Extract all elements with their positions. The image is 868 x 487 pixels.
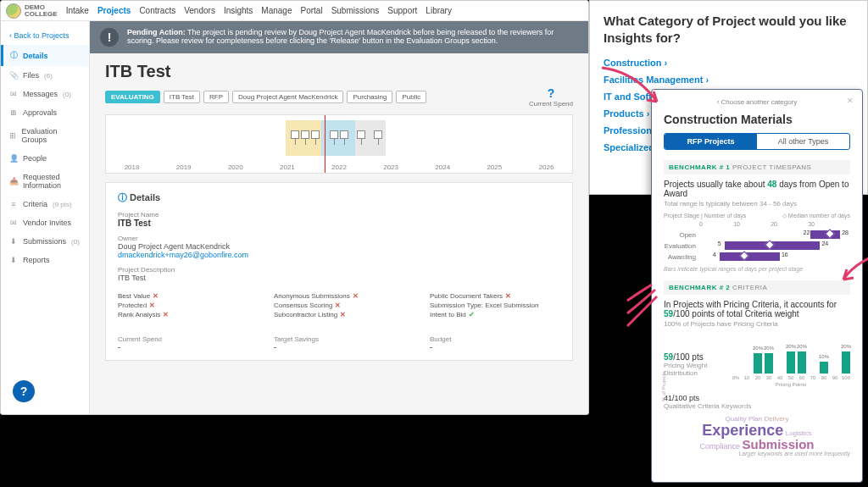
keyword-cloud: Quality Plan Delivery Experience Logisti… xyxy=(664,415,850,451)
alert-icon: ! xyxy=(100,28,119,47)
sidebar-icon: ≡ xyxy=(9,200,18,208)
sidebar-item-evaluation-groups[interactable]: ⊞Evaluation Groups xyxy=(1,122,89,149)
close-icon[interactable]: ✕ xyxy=(847,97,854,105)
help-button[interactable]: ? xyxy=(13,380,35,402)
tag-visibility[interactable]: Public xyxy=(396,91,426,103)
options-grid: Best Value✕Protected✕Rank Analysis✕Anony… xyxy=(118,291,560,320)
sidebar-item-criteria[interactable]: ≡Criteria (9 pts) xyxy=(1,195,89,213)
option-protected: Protected✕ xyxy=(118,302,248,309)
benchmark-1-header: BENCHMARK # 1 PROJECT TIMESPANS xyxy=(664,160,850,174)
tag-status[interactable]: EVALUATING xyxy=(105,91,160,103)
sidebar-item-people[interactable]: 👤People xyxy=(1,149,89,168)
milestone-icon[interactable] xyxy=(357,130,365,139)
top-nav: DEMO COLLEGE Intake Projects Contracts V… xyxy=(1,1,588,21)
milestone-icon[interactable] xyxy=(301,130,309,139)
main-content: ! Pending Action: The project is pending… xyxy=(90,21,588,414)
stage-row-awarding: Awarding416 xyxy=(664,252,850,261)
tab-all-other-types[interactable]: All other Types xyxy=(757,134,849,149)
nav-library[interactable]: Library xyxy=(426,6,452,15)
option-public-document-takers: Public Document Takers✕ xyxy=(430,292,560,300)
sidebar-item-reports[interactable]: ⬇Reports xyxy=(1,251,89,269)
sidebar-item-vendor-invites[interactable]: ✉Vendor Invites xyxy=(1,213,89,232)
project-description: ITB Test xyxy=(118,274,560,282)
sidebar-item-messages[interactable]: ✉Messages (0) xyxy=(1,85,89,103)
sidebar: ‹ Back to Projects ⓘDetails 📎Files (6)✉M… xyxy=(1,21,90,414)
insights-detail-panel: ‹ Choose another category ✕ Construction… xyxy=(651,89,863,483)
milestone-icon[interactable] xyxy=(330,130,338,139)
sidebar-icon: ✉ xyxy=(9,219,18,227)
insights-heading: What Category of Project would you like … xyxy=(604,13,854,46)
sidebar-icon: ⊞ xyxy=(9,131,17,140)
tag-dept[interactable]: Purchasing xyxy=(347,91,392,103)
nav-manage[interactable]: Manage xyxy=(261,6,292,15)
tag-owner[interactable]: Doug Project Agent MacKendrick xyxy=(232,91,343,103)
nav-support[interactable]: Support xyxy=(387,6,417,15)
nav-insights[interactable]: Insights xyxy=(224,6,253,15)
tab-rfp-projects[interactable]: RFP Projects xyxy=(665,134,757,149)
nav-intake[interactable]: Intake xyxy=(66,6,89,15)
option-submission-type-excel-submission: Submission Type: Excel Submission xyxy=(430,302,560,309)
tag-row: EVALUATING ITB Test RFP Doug Project Age… xyxy=(90,86,588,114)
tag-name[interactable]: ITB Test xyxy=(164,91,200,103)
qualitative-ratio: 41/100 pts xyxy=(664,394,850,402)
org-logo: DEMO COLLEGE xyxy=(6,3,58,19)
sidebar-icon: 📥 xyxy=(9,177,18,185)
sidebar-icon: ⓘ xyxy=(9,50,18,61)
nav-projects[interactable]: Projects xyxy=(97,6,131,15)
page-title: ITB Test xyxy=(90,53,588,86)
nav-vendors[interactable]: Vendors xyxy=(184,6,215,15)
pricing-distribution-chart: 20%20%20%20%10%20% xyxy=(732,338,850,374)
stage-row-evaluation: Evaluation524 xyxy=(664,241,850,250)
milestone-icon[interactable] xyxy=(291,130,299,139)
milestone-icon[interactable] xyxy=(374,130,382,139)
sidebar-item-requested-information[interactable]: 📥Requested Information xyxy=(1,168,89,195)
sidebar-item-details[interactable]: ⓘDetails xyxy=(1,45,89,66)
sidebar-item-submissions[interactable]: ⬇Submissions (0) xyxy=(1,232,89,251)
sidebar-item-approvals[interactable]: 🗎Approvals xyxy=(1,103,89,122)
option-best-value: Best Value✕ xyxy=(118,292,248,300)
alert-title: Pending Action: xyxy=(127,28,186,36)
app-window: DEMO COLLEGE Intake Projects Contracts V… xyxy=(0,0,589,415)
pending-action-banner: ! Pending Action: The project is pending… xyxy=(90,21,588,53)
sidebar-icon: ⬇ xyxy=(9,256,18,264)
milestone-icon[interactable] xyxy=(311,130,320,139)
current-spend-value: - xyxy=(118,343,248,351)
question-icon: ? xyxy=(529,86,573,100)
nav-portal[interactable]: Portal xyxy=(301,6,323,15)
project-name: ITB Test xyxy=(118,219,560,228)
project-timeline[interactable]: 201820192020202120222023202420252026 xyxy=(105,114,573,174)
choose-another-category-link[interactable]: ‹ Choose another category xyxy=(664,98,850,106)
sidebar-icon: 🗎 xyxy=(9,108,18,117)
owner-name: Doug Project Agent MacKendrick xyxy=(118,242,560,251)
benchmark-2-statement: In Projects with Pricing Criteria, it ac… xyxy=(664,300,850,318)
benchmark-1-statement: Projects usually take about 48 days from… xyxy=(664,180,850,198)
sidebar-icon: 👤 xyxy=(9,154,18,163)
project-type-tabs: RFP Projects All other Types xyxy=(664,133,850,150)
milestone-icon[interactable] xyxy=(340,130,348,139)
insights-detail-title: Construction Materials xyxy=(664,113,850,126)
option-consensus-scoring: Consensus Scoring✕ xyxy=(274,302,404,309)
target-savings-value: - xyxy=(274,343,404,351)
owner-email-link[interactable]: dmackendrick+may26@gobonfire.com xyxy=(118,251,560,259)
category-construction[interactable]: Construction xyxy=(604,58,854,68)
current-spend-help[interactable]: ? Current Spend xyxy=(529,86,573,108)
timeline-axis: 201820192020202120222023202420252026 xyxy=(106,163,572,171)
category-facilities-management[interactable]: Facilities Management xyxy=(604,75,854,85)
tag-type[interactable]: RFP xyxy=(203,91,229,103)
back-to-projects-link[interactable]: ‹ Back to Projects xyxy=(1,26,89,45)
option-anonymous-submissions: Anonymous Submissions✕ xyxy=(274,292,404,300)
stage-row-open: Open2228 xyxy=(664,230,850,239)
logo-text-2: COLLEGE xyxy=(25,11,58,18)
details-card: Details Project Name ITB Test Owner Doug… xyxy=(105,182,573,361)
logo-icon xyxy=(6,3,21,19)
option-subcontractor-listing: Subcontractor Listing✕ xyxy=(274,311,404,318)
details-heading: Details xyxy=(118,191,560,204)
sidebar-icon: ⬇ xyxy=(9,237,18,246)
sidebar-item-files[interactable]: 📎Files (6) xyxy=(1,66,89,85)
option-intent-to-bid: Intent to Bid✔ xyxy=(430,311,560,318)
sidebar-icon: ✉ xyxy=(9,90,18,98)
nav-contracts[interactable]: Contracts xyxy=(139,6,175,15)
nav-submissions[interactable]: Submissions xyxy=(331,6,380,15)
benchmark-2-header: BENCHMARK # 2 CRITERIA xyxy=(664,280,850,295)
sidebar-icon: 📎 xyxy=(9,71,18,80)
